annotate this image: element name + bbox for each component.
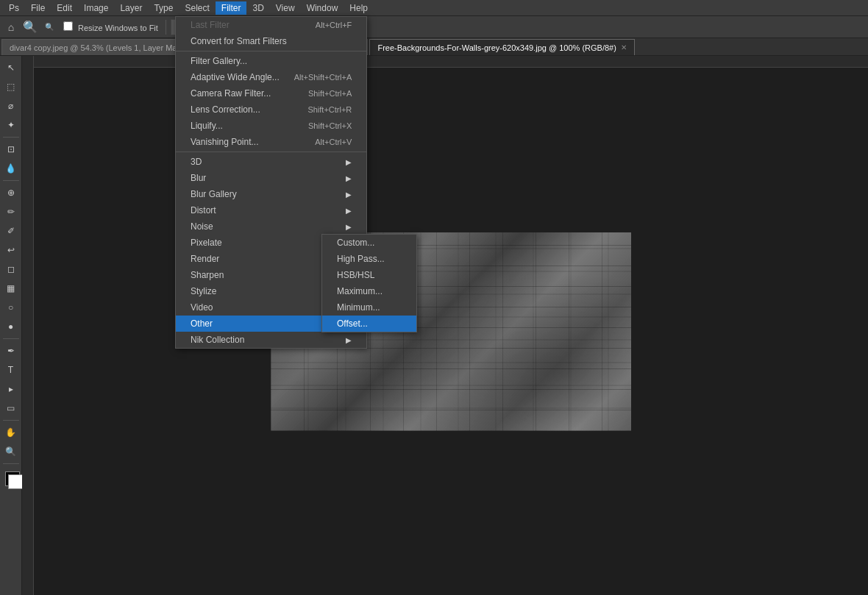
menu-item-last-filter[interactable]: Last Filter Alt+Ctrl+F: [176, 17, 366, 33]
menubar-select[interactable]: Select: [179, 1, 215, 15]
menubar-filter[interactable]: Filter: [216, 1, 247, 15]
submenu-arrow-blur: ▶: [346, 174, 352, 182]
home-icon[interactable]: ⌂: [3, 19, 19, 35]
hand-tool[interactable]: ✋: [2, 424, 20, 441]
submenu-item-hsb-hsl[interactable]: HSB/HSL: [322, 267, 416, 283]
color-swatches[interactable]: [2, 468, 20, 486]
menu-item-camera-raw[interactable]: Camera Raw Filter... Shift+Ctrl+A: [176, 85, 366, 101]
menubar-file[interactable]: File: [25, 1, 51, 15]
eraser-tool[interactable]: ◻: [2, 260, 20, 278]
other-submenu: Custom... High Pass... HSB/HSL Maximum..…: [321, 234, 417, 332]
menubar-image[interactable]: Image: [78, 1, 114, 15]
magic-wand-tool[interactable]: ✦: [2, 116, 20, 134]
submenu-arrow-noise: ▶: [346, 223, 352, 231]
zoom-in-icon[interactable]: 🔍: [22, 19, 38, 35]
tab-divar4[interactable]: divar4 copy.jpeg @ 54.3% (Levels 1, Laye…: [1, 39, 202, 55]
menu-item-noise[interactable]: Noise ▶: [176, 218, 366, 235]
menu-item-filter-gallery[interactable]: Filter Gallery...: [176, 53, 366, 69]
submenu-arrow-distort: ▶: [346, 207, 352, 215]
path-select-tool[interactable]: ▸: [2, 380, 20, 398]
submenu-item-high-pass[interactable]: High Pass...: [322, 251, 416, 267]
submenu-item-minimum[interactable]: Minimum...: [322, 299, 416, 316]
zoom-tool[interactable]: 🔍: [2, 443, 20, 460]
menu-item-adaptive-wide[interactable]: Adaptive Wide Angle... Alt+Shift+Ctrl+A: [176, 69, 366, 85]
selection-tool[interactable]: ⬚: [2, 78, 20, 96]
left-toolbar: ↖ ⬚ ⌀ ✦ ⊡ 💧 ⊕ ✏ ✐ ↩ ◻ ▦ ○ ● ✒ T ▸ ▭ ✋ 🔍: [0, 56, 22, 595]
tool-sep-4: [3, 420, 19, 421]
history-brush-tool[interactable]: ↩: [2, 241, 20, 259]
menubar-edit[interactable]: Edit: [51, 1, 78, 15]
blur-tool[interactable]: ○: [2, 299, 20, 316]
move-tool[interactable]: ↖: [2, 59, 20, 76]
menu-item-nik-collection[interactable]: Nik Collection ▶: [176, 332, 366, 348]
menubar-help[interactable]: Help: [344, 1, 374, 15]
shape-tool[interactable]: ▭: [2, 399, 20, 417]
menu-item-lens-correction[interactable]: Lens Correction... Shift+Ctrl+R: [176, 101, 366, 118]
tab-backgrounds[interactable]: Free-Backgrounds-For-Walls-grey-620x349.…: [369, 39, 634, 55]
submenu-arrow-3d: ▶: [346, 158, 352, 166]
zoom-out-icon[interactable]: 🔍: [41, 19, 57, 35]
tab-bar: divar4 copy.jpeg @ 54.3% (Levels 1, Laye…: [0, 38, 868, 56]
submenu-arrow-blur-gallery: ▶: [346, 190, 352, 199]
menubar-ps[interactable]: Ps: [3, 1, 25, 15]
brush-tool[interactable]: ✏: [2, 203, 20, 221]
resize-windows-label: Resize Windows to Fit: [60, 21, 161, 32]
submenu-item-offset[interactable]: Offset...: [322, 316, 416, 332]
submenu-arrow-nik: ▶: [346, 336, 352, 344]
resize-windows-checkbox[interactable]: [63, 21, 73, 31]
pen-tool[interactable]: ✒: [2, 342, 20, 360]
menu-item-blur[interactable]: Blur ▶: [176, 170, 366, 186]
menu-item-blur-gallery[interactable]: Blur Gallery ▶: [176, 186, 366, 202]
submenu-item-maximum[interactable]: Maximum...: [322, 283, 416, 299]
tab-divar4-label: divar4 copy.jpeg @ 54.3% (Levels 1, Laye…: [10, 43, 184, 52]
tool-sep-5: [3, 463, 19, 464]
submenu-item-custom[interactable]: Custom...: [322, 235, 416, 251]
healing-brush-tool[interactable]: ⊕: [2, 184, 20, 202]
tab-backgrounds-close[interactable]: ✕: [621, 43, 627, 51]
menu-item-convert-smart[interactable]: Convert for Smart Filters: [176, 33, 366, 49]
lasso-tool[interactable]: ⌀: [2, 97, 20, 115]
menubar-type[interactable]: Type: [148, 1, 179, 15]
horizontal-ruler: [34, 56, 868, 68]
menu-sep-2: [176, 152, 366, 152]
background-color[interactable]: [8, 474, 23, 489]
menubar-view[interactable]: View: [270, 1, 301, 15]
menu-item-vanishing-point[interactable]: Vanishing Point... Alt+Ctrl+V: [176, 134, 366, 150]
menubar-window[interactable]: Window: [301, 1, 344, 15]
canvas-area: [22, 56, 868, 595]
tool-sep-1: [3, 137, 19, 138]
tool-sep-2: [3, 180, 19, 181]
crop-tool[interactable]: ⊡: [2, 140, 20, 158]
gradient-tool[interactable]: ▦: [2, 279, 20, 297]
tool-sep-3: [3, 338, 19, 339]
toolbar-sep-1: [166, 20, 166, 35]
vertical-ruler: [22, 56, 34, 595]
eyedropper-tool[interactable]: 💧: [2, 160, 20, 177]
menu-item-liquify[interactable]: Liquify... Shift+Ctrl+X: [176, 118, 366, 134]
main-layout: ↖ ⬚ ⌀ ✦ ⊡ 💧 ⊕ ✏ ✐ ↩ ◻ ▦ ○ ● ✒ T ▸ ▭ ✋ 🔍: [0, 56, 868, 595]
type-tool[interactable]: T: [2, 361, 20, 379]
canvas-content: [34, 68, 868, 595]
menu-bar: Ps File Edit Image Layer Type Select Fil…: [0, 0, 868, 16]
menu-sep-1: [176, 51, 366, 51]
tab-backgrounds-label: Free-Backgrounds-For-Walls-grey-620x349.…: [377, 43, 616, 52]
menubar-3d[interactable]: 3D: [246, 1, 269, 15]
menu-item-distort[interactable]: Distort ▶: [176, 202, 366, 218]
menu-item-3d[interactable]: 3D ▶: [176, 154, 366, 170]
dodge-tool[interactable]: ●: [2, 318, 20, 335]
menubar-layer[interactable]: Layer: [114, 1, 148, 15]
options-toolbar: ⌂ 🔍 🔍 Resize Windows to Fit Fit Screen F…: [0, 16, 868, 38]
clone-stamp-tool[interactable]: ✐: [2, 222, 20, 240]
